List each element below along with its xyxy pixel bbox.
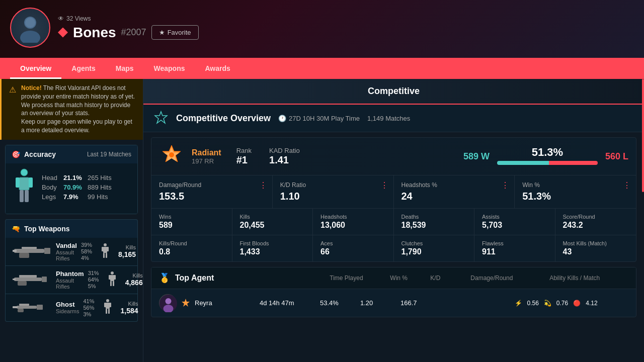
weapons-icon: 🔫 [12, 225, 20, 233]
col-kd: K/D [430, 275, 470, 282]
last-flawless: Flawless 911 [474, 235, 555, 261]
svg-rect-9 [14, 249, 44, 253]
right-panel: Competitive Competitive Overview 🕐 27D 1… [143, 79, 644, 362]
stat-win-pct: Win % 51.3% ⋮ [515, 175, 636, 208]
body-label: Body [42, 184, 59, 191]
ghost-kills: Kills 1,584 [121, 301, 138, 315]
stat-damage-menu[interactable]: ⋮ [259, 180, 267, 190]
overview-header: Competitive Overview 🕐 27D 10H 30M Play … [143, 105, 644, 132]
nav-weapons[interactable]: Weapons [144, 58, 195, 79]
last-kills-round-label: Kills/Round [159, 240, 224, 246]
legs-hits: 99 Hits [88, 193, 108, 201]
svg-rect-23 [18, 281, 27, 286]
agent-kd: 1.20 [360, 299, 400, 307]
stat-kd-label: K/D Ratio [280, 182, 386, 189]
agent-ability-kills: ⚡ 0.56 💫 0.76 🔴 4.12 [515, 300, 629, 307]
svg-rect-8 [25, 190, 29, 202]
scrollbar-thumb[interactable] [642, 79, 644, 192]
rank-icon [159, 144, 184, 169]
last-clutches-label: Clutches [401, 240, 467, 246]
vandal-info: Vandal Assault Rifles [56, 242, 77, 261]
svg-marker-42 [155, 112, 167, 123]
vandal-kills: Kills 8,165 [118, 244, 136, 258]
svg-point-45 [169, 152, 174, 157]
nav-awards[interactable]: Awards [195, 58, 240, 79]
lower-kills: Kills 20,455 [232, 209, 313, 235]
phantom-legs-pct: 5% [88, 283, 99, 289]
agent-name-cell: Reyra [159, 294, 260, 312]
lower-assists-label: Assists [482, 214, 547, 220]
nav-overview[interactable]: Overview [10, 58, 61, 79]
play-time-value: 27D 10H 30M Play Time [289, 115, 360, 122]
svg-rect-15 [103, 247, 107, 253]
phantom-kills-label: Kills [125, 273, 143, 279]
legs-row: Legs 7.9% 99 Hits [42, 193, 131, 201]
ghost-name: Ghost [56, 301, 79, 308]
accuracy-header: 🎯 Accuracy Last 19 Matches [6, 145, 137, 163]
lower-deaths-label: Deaths [401, 214, 467, 220]
lower-score-round: Score/Round 243.2 [555, 209, 636, 235]
avatar [10, 8, 50, 48]
vandal-name: Vandal [56, 242, 77, 249]
lower-wins-value: 589 [159, 221, 224, 230]
navigation-bar: Overview Agents Maps Weapons Awards [0, 58, 644, 79]
svg-point-1 [20, 31, 40, 43]
nav-maps[interactable]: Maps [106, 58, 144, 79]
ghost-info: Ghost Sidearms [56, 301, 79, 314]
stat-headshots-value: 24 [401, 191, 507, 202]
competitive-banner: Competitive [143, 79, 644, 105]
ability2-value: 0.76 [556, 300, 568, 307]
vandal-head-pct: 39% [81, 242, 92, 248]
weapon-ghost[interactable]: Ghost Sidearms 41% 56% 3% Kills [5, 294, 138, 322]
last-first-bloods-label: First Bloods [240, 240, 305, 246]
overview-icon [153, 111, 169, 126]
stat-win-label: Win % [522, 182, 628, 189]
svg-rect-38 [104, 303, 106, 307]
weapon-phantom[interactable]: Phantom Assault Rifles 31% 64% 5% [5, 266, 138, 294]
stat-damage-value: 153.5 [159, 191, 265, 202]
legs-label: Legs [42, 193, 59, 201]
svg-marker-49 [182, 299, 190, 307]
lower-deaths-value: 18,539 [401, 221, 467, 230]
favorite-button[interactable]: ★ Favorite [151, 25, 199, 40]
svg-rect-16 [102, 247, 104, 251]
username-row: Bones #2007 ★ Favorite [58, 25, 199, 41]
head-pct: 21.1% [63, 174, 84, 182]
col-win-pct: Win % [390, 275, 430, 282]
header-background: 👁 32 Views Bones #2007 ★ Favorite [0, 0, 644, 58]
lower-headshots: Headshots 13,060 [313, 209, 394, 235]
nav-agents[interactable]: Agents [61, 58, 105, 79]
stat-kd-menu[interactable]: ⋮ [380, 180, 388, 190]
col-ability: Ability Kills / Match [549, 275, 628, 282]
stat-headshots-label: Headshots % [401, 182, 507, 189]
svg-rect-6 [29, 177, 33, 188]
last-row-stats: Kills/Round 0.8 First Bloods 1,433 Aces … [151, 235, 636, 261]
svg-point-14 [104, 243, 107, 246]
wl-center: 51.3% [497, 146, 598, 167]
last-kills-round-value: 0.8 [159, 247, 224, 256]
svg-rect-31 [17, 306, 37, 309]
svg-rect-41 [108, 309, 110, 314]
lower-deaths: Deaths 18,539 [394, 209, 475, 235]
svg-point-3 [21, 169, 28, 176]
top-weapons-header: 🔫 Top Weapons [5, 219, 138, 238]
lower-wins-label: Wins [159, 214, 224, 220]
ability1-icon: ⚡ [515, 300, 522, 307]
overview-title: Competitive Overview [176, 113, 271, 124]
wins-count: 589 W [463, 151, 490, 162]
weapon-vandal[interactable]: Vandal Assault Rifles 39% 58% 4% K [5, 238, 138, 266]
last-first-bloods-value: 1,433 [240, 247, 305, 256]
warning-icon: ⚠ [9, 84, 16, 135]
stat-win-menu[interactable]: ⋮ [623, 180, 631, 190]
user-info: 👁 32 Views Bones #2007 ★ Favorite [58, 15, 199, 41]
last-aces: Aces 66 [313, 235, 394, 261]
last-most-kills: Most Kills (Match) 43 [555, 235, 636, 261]
stat-headshots-menu[interactable]: ⋮ [501, 180, 509, 190]
svg-rect-10 [44, 248, 50, 254]
notice-bar: ⚠ Notice! The Riot Valorant API does not… [0, 79, 143, 140]
views-row: 👁 32 Views [58, 15, 199, 22]
stats-grid: Damage/Round 153.5 ⋮ K/D Ratio 1.10 ⋮ He… [151, 175, 636, 208]
last-kills-round: Kills/Round 0.8 [151, 235, 232, 261]
valorant-icon [58, 28, 68, 38]
kad-value: 1.41 [269, 154, 300, 166]
